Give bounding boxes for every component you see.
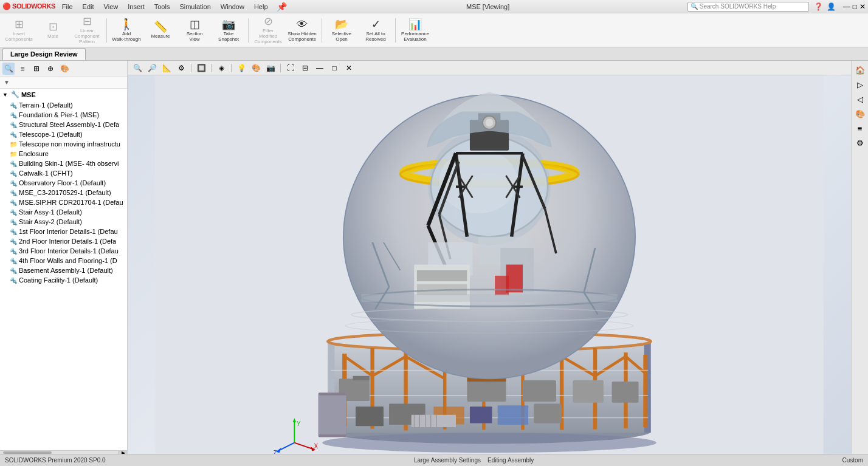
section-icon: ◫ — [190, 19, 200, 30]
vp-fullscreen-button[interactable]: ⛶ — [284, 63, 297, 74]
vp-display-button[interactable]: 🔲 — [195, 63, 207, 74]
tree-item-enclosure[interactable]: 📁 Enclosure — [0, 149, 127, 159]
svg-rect-28 — [467, 380, 506, 402]
rp-play-button[interactable]: ▷ — [853, 78, 867, 91]
vp-min-button[interactable]: — — [314, 63, 326, 74]
pin-icon: 📌 — [275, 2, 289, 12]
filter-modified-button[interactable]: ⊘ Filter ModifiedComponents — [252, 15, 284, 46]
rp-list-button[interactable]: ≡ — [853, 122, 867, 135]
vp-settings-button[interactable]: ⚙ — [175, 63, 187, 74]
svg-rect-31 — [534, 404, 562, 423]
tree-item-basement[interactable]: 🔩 Basement Assembly-1 (Default) — [0, 266, 127, 275]
tree-item-floor2[interactable]: 🔩 2nd Floor Interior Details-1 (Defa — [0, 236, 127, 246]
root-icon: 🔧 — [11, 91, 19, 98]
pattern-label: Linear ComponentPattern — [72, 28, 102, 44]
tree-item-floor4[interactable]: 🔩 4th Floor Walls and Flooring-1 (D — [0, 256, 127, 266]
display-states-button[interactable]: ⊕ — [44, 63, 57, 75]
minimize-button[interactable]: — — [843, 2, 850, 11]
vp-max-button[interactable]: □ — [328, 63, 340, 74]
tree-item-catwalk[interactable]: 🔩 Catwalk-1 (CFHT) — [0, 168, 127, 178]
sep3 — [322, 18, 322, 43]
menu-help[interactable]: Help — [251, 3, 271, 10]
tree-item-coating[interactable]: 🔩 Coating Facility-1 (Default) — [0, 275, 127, 285]
vp-measure-button[interactable]: 📐 — [160, 63, 173, 74]
help-button[interactable]: ❓ — [814, 2, 823, 11]
component-tree: ▼ 🔧 MSE 🔩 Terrain-1 (Default) 🔩 Foundati… — [0, 89, 127, 450]
menu-tools[interactable]: Tools — [151, 3, 173, 10]
window-title: MSE [Viewing] — [466, 3, 509, 10]
horizontal-scrollbar[interactable]: ▶ — [0, 450, 127, 454]
tree-item-telescope-non[interactable]: 📁 Telescope non moving infrastructu — [0, 139, 127, 149]
vp-split-button[interactable]: ⊟ — [299, 63, 311, 74]
tree-item-obs-floor[interactable]: 🔩 Observatory Floor-1 (Default) — [0, 178, 127, 188]
take-snapshot-button[interactable]: 📷 TakeSnapshot — [212, 15, 245, 46]
selective-open-button[interactable]: 📂 Selective Open — [325, 15, 358, 46]
linear-pattern-button[interactable]: ⊟ Linear ComponentPattern — [71, 15, 103, 46]
tree-item-foundation[interactable]: 🔩 Foundation & Pier-1 (MSE) — [0, 110, 127, 120]
insert-components-button[interactable]: ⊞ InsertComponents — [2, 15, 35, 46]
menu-view[interactable]: View — [101, 3, 122, 10]
vp-camera-button[interactable]: 📷 — [264, 63, 277, 74]
vp-lights-button[interactable]: 💡 — [235, 63, 247, 74]
menu-simulation[interactable]: Simulation — [176, 3, 213, 10]
tree-item-terrain[interactable]: 🔩 Terrain-1 (Default) — [0, 100, 127, 110]
add-walkthrough-button[interactable]: 🚶 AddWalk-through — [110, 15, 143, 46]
tree-item-mse-c3[interactable]: 🔩 MSE_C3-20170529-1 (Default) — [0, 188, 127, 197]
menu-insert[interactable]: Insert — [125, 3, 148, 10]
item-icon: 🔩 — [10, 122, 17, 128]
config-view-button[interactable]: ⊞ — [30, 63, 43, 75]
tree-item-building-skin[interactable]: 🔩 Building Skin-1 (MSE- 4th observi — [0, 159, 127, 168]
performance-icon: 📊 — [408, 19, 422, 30]
vp-close-button[interactable]: ✕ — [343, 63, 355, 74]
main-toolbar: ⊞ InsertComponents ⊡ Mate ⊟ Linear Compo… — [0, 13, 868, 47]
tree-item-mse-sip[interactable]: 🔩 MSE.SIP.HR CDR201704-1 (Defau — [0, 197, 127, 207]
item-icon: 🔩 — [10, 267, 17, 274]
sep1 — [106, 18, 107, 43]
item-label: 1st Floor Interior Details-1 (Defau — [19, 228, 118, 235]
rp-settings-button[interactable]: ⚙ — [853, 136, 867, 149]
menu-file[interactable]: File — [59, 3, 76, 10]
rp-back-button[interactable]: ◁ — [853, 92, 867, 106]
set-resolved-button[interactable]: ✓ Set All to Resolved — [359, 15, 392, 46]
mate-button[interactable]: ⊡ Mate — [36, 15, 69, 46]
appearance-button[interactable]: 🎨 — [58, 63, 71, 75]
tree-view-button[interactable]: 🔍 — [2, 63, 15, 75]
vp-search-button[interactable]: 🔍 — [131, 63, 143, 74]
vp-zoom-button[interactable]: 🔎 — [146, 63, 158, 74]
scroll-right-button[interactable]: ▶ — [119, 451, 127, 454]
property-view-button[interactable]: ≡ — [16, 63, 29, 75]
model-view[interactable]: Y Z X — [128, 75, 851, 454]
sep4 — [395, 18, 396, 43]
vp-appearance-button[interactable]: 🎨 — [250, 63, 262, 74]
side-panel: 🔍 ≡ ⊞ ⊕ 🎨 ▼ ▼ 🔧 MSE 🔩 Terrain-1 (Default… — [0, 61, 128, 454]
rp-appearance-button[interactable]: 🎨 — [853, 107, 867, 120]
item-icon: 🔩 — [10, 228, 17, 235]
performance-button[interactable]: 📊 PerformanceEvaluation — [399, 15, 432, 46]
show-hidden-button[interactable]: 👁 Show HiddenComponents — [286, 15, 319, 46]
tree-root-mse[interactable]: ▼ 🔧 MSE — [0, 89, 127, 100]
tab-large-design-review[interactable]: Large Design Review — [2, 48, 86, 60]
tree-item-floor1[interactable]: 🔩 1st Floor Interior Details-1 (Defau — [0, 227, 127, 236]
svg-rect-93 — [319, 396, 346, 434]
measure-button[interactable]: 📏 Measure — [144, 15, 177, 46]
tree-item-structural[interactable]: 🔩 Structural Steel Assembly-1 (Defa — [0, 120, 127, 129]
tree-item-stair2[interactable]: 🔩 Stair Assy-2 (Default) — [0, 217, 127, 227]
tree-item-stair1[interactable]: 🔩 Stair Assy-1 (Default) — [0, 207, 127, 217]
search-box[interactable]: 🔍 Search SOLIDWORKS Help — [687, 2, 809, 12]
menu-edit[interactable]: Edit — [80, 3, 97, 10]
tree-item-telescope[interactable]: 🔩 Telescope-1 (Default) — [0, 129, 127, 139]
mate-icon: ⊡ — [49, 21, 58, 32]
menu-window[interactable]: Window — [218, 3, 247, 10]
vp-cube-button[interactable]: ◈ — [215, 63, 227, 74]
snapshot-icon: 📷 — [222, 19, 235, 30]
user-button[interactable]: 👤 — [827, 2, 836, 11]
rp-home-button[interactable]: 🏠 — [853, 63, 867, 77]
viewport: 🔍 🔎 📐 ⚙ 🔲 ◈ 💡 🎨 📷 ⛶ ⊟ — □ ✕ — [128, 61, 851, 454]
maximize-button[interactable]: □ — [853, 2, 857, 11]
tree-item-floor3[interactable]: 🔩 3rd Floor Interior Details-1 (Defau — [0, 246, 127, 256]
item-icon: 🔩 — [10, 238, 17, 245]
close-button[interactable]: ✕ — [859, 2, 866, 11]
item-label: Enclosure — [19, 150, 49, 157]
section-view-button[interactable]: ◫ SectionView — [178, 15, 211, 46]
item-icon: 🔩 — [10, 131, 17, 138]
